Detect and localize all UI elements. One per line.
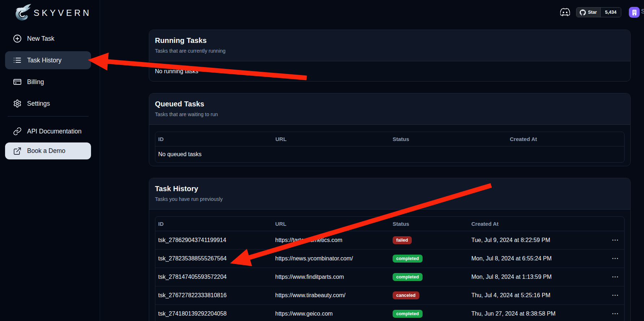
column-header-status: Status: [390, 217, 468, 231]
task-status-cell: completed: [390, 304, 468, 321]
status-badge: completed: [393, 310, 423, 318]
task-status-cell: completed: [390, 249, 468, 268]
sidebar-nav: New TaskTask HistoryBillingSettingsAPI D…: [0, 23, 100, 159]
sidebar-item-label: Book a Demo: [27, 147, 65, 155]
task-created-cell: Thu, Jun 27, 2024 at 8:38:58 PM: [468, 304, 605, 321]
task-id-cell: tsk_278147405593572204: [155, 268, 272, 286]
column-header-created-at: Created At: [468, 217, 605, 231]
sidebar-item-task-history[interactable]: Task History: [5, 51, 91, 69]
task-url-cell: https://www.finditparts.com: [272, 268, 390, 286]
ellipsis-icon[interactable]: ···: [612, 311, 619, 317]
task-id-cell: tsk_278629043741199914: [155, 231, 272, 249]
history-table-container: IDURLStatusCreated At tsk_27862904374119…: [155, 216, 624, 321]
sidebar-item-book-a-demo[interactable]: Book a Demo: [5, 142, 91, 159]
queued-empty-row: No queued tasks: [155, 146, 624, 162]
link-icon: [13, 127, 22, 136]
discord-icon[interactable]: [560, 7, 570, 17]
sidebar-item-settings[interactable]: Settings: [5, 94, 91, 113]
queued-tasks-body: IDURLStatusCreated At No queued tasks: [149, 125, 630, 166]
skyvern-dragon-logo-icon: [12, 3, 32, 23]
queued-tasks-header: Queued Tasks Tasks that are waiting to r…: [149, 93, 630, 125]
running-tasks-title: Running Tasks: [155, 36, 624, 45]
task-actions-cell: ···: [605, 286, 624, 304]
github-star-widget[interactable]: Star 5,434: [576, 7, 621, 17]
task-created-cell: Tue, Jul 9, 2024 at 8:22:59 PM: [468, 231, 605, 249]
running-tasks-header: Running Tasks Tasks that are currently r…: [149, 30, 630, 61]
main-content: Running Tasks Tasks that are currently r…: [149, 30, 631, 321]
ellipsis-icon[interactable]: ···: [612, 256, 619, 261]
sidebar: SKYVERN New TaskTask HistoryBillingSetti…: [0, 0, 100, 321]
running-tasks-empty: No running tasks: [149, 61, 630, 81]
skyvern-app: { "brand": { "name": "SKYVERN" }, "sideb…: [0, 0, 644, 321]
sidebar-item-label: Settings: [27, 100, 50, 107]
task-history-card: Task History Tasks you have run previous…: [149, 178, 631, 321]
task-row[interactable]: tsk_278235388555267564https://news.ycomb…: [155, 249, 624, 268]
gear-icon: [13, 99, 22, 108]
column-header-url: URL: [273, 132, 390, 146]
task-row[interactable]: tsk_274180139292204058https://www.geico.…: [155, 304, 624, 321]
task-id-cell: tsk_276727822333810816: [155, 286, 272, 304]
ellipsis-icon[interactable]: ···: [612, 293, 619, 298]
credit-card-icon: [13, 78, 22, 86]
task-row[interactable]: tsk_276727822333810816https://www.tirabe…: [155, 286, 624, 304]
queued-tasks-title: Queued Tasks: [155, 100, 624, 108]
task-history-title: Task History: [155, 185, 624, 193]
task-created-cell: Mon, Jul 8, 2024 at 6:55:24 PM: [468, 249, 605, 268]
task-history-table: IDURLStatusCreated At tsk_27862904374119…: [155, 217, 624, 321]
task-history-subtitle: Tasks you have run previously: [155, 196, 624, 202]
column-header-url: URL: [272, 217, 390, 231]
column-header-id: ID: [155, 217, 272, 231]
status-badge: completed: [393, 255, 423, 263]
account-avatar[interactable]: [629, 7, 640, 18]
task-url-cell: https://news.ycombinator.com/: [272, 249, 390, 268]
sidebar-item-api-documentation[interactable]: API Documentation: [5, 122, 91, 140]
column-header-actions: [605, 217, 624, 231]
history-table-header-row: IDURLStatusCreated At: [155, 217, 624, 231]
task-history-body: IDURLStatusCreated At tsk_27862904374119…: [149, 210, 630, 321]
github-icon: [580, 9, 586, 16]
task-id-cell: tsk_278235388555267564: [155, 249, 272, 268]
queued-empty-message: No queued tasks: [155, 146, 624, 162]
queued-table-container: IDURLStatusCreated At No queued tasks: [155, 132, 624, 163]
task-actions-cell: ···: [605, 231, 624, 249]
sidebar-divider: [8, 116, 88, 116]
sidebar-item-billing[interactable]: Billing: [5, 73, 91, 91]
task-created-cell: Thu, Jul 4, 2024 at 5:25:16 PM: [468, 286, 605, 304]
task-url-cell: https://www.geico.com: [272, 304, 390, 321]
ellipsis-icon[interactable]: ···: [612, 274, 619, 280]
queued-tasks-card: Queued Tasks Tasks that are waiting to r…: [149, 93, 631, 166]
list-icon: [13, 56, 22, 65]
github-star-count[interactable]: 5,434: [600, 8, 621, 17]
column-header-id: ID: [155, 132, 273, 146]
brand-logo[interactable]: SKYVERN: [0, 0, 100, 23]
task-row[interactable]: tsk_278629043741199914https://tartecosme…: [155, 231, 624, 249]
external-link-icon: [13, 147, 22, 155]
sidebar-item-label: Billing: [27, 78, 44, 86]
queued-table-header-row: IDURLStatusCreated At: [155, 132, 624, 146]
sidebar-item-new-task[interactable]: New Task: [5, 30, 91, 48]
task-history-header: Task History Tasks you have run previous…: [149, 178, 630, 210]
brand-name: SKYVERN: [34, 8, 91, 18]
task-id-cell: tsk_274180139292204058: [155, 304, 272, 321]
status-badge: completed: [393, 273, 423, 281]
sidebar-item-label: Task History: [27, 57, 61, 64]
task-status-cell: completed: [390, 268, 468, 286]
task-actions-cell: ···: [605, 304, 624, 321]
task-url-cell: https://tartecosmetics.com: [272, 231, 390, 249]
sidebar-item-label: API Documentation: [27, 128, 82, 135]
ellipsis-icon[interactable]: ···: [612, 237, 619, 243]
topbar: Star 5,434 Skyvern: [100, 0, 644, 24]
sidebar-item-label: New Task: [27, 35, 55, 43]
github-star-button[interactable]: Star: [576, 8, 600, 17]
task-status-cell: canceled: [390, 286, 468, 304]
queued-tasks-subtitle: Tasks that are waiting to run: [155, 111, 624, 117]
task-actions-cell: ···: [605, 249, 624, 268]
status-badge: canceled: [393, 291, 419, 299]
task-created-cell: Mon, Jul 8, 2024 at 1:13:59 PM: [468, 268, 605, 286]
task-url-cell: https://www.tirabeauty.com/: [272, 286, 390, 304]
task-actions-cell: ···: [605, 268, 624, 286]
task-row[interactable]: tsk_278147405593572204https://www.findit…: [155, 268, 624, 286]
building-icon: [631, 9, 638, 16]
account-name[interactable]: Skyvern: [641, 8, 644, 15]
column-header-status: Status: [390, 132, 507, 146]
